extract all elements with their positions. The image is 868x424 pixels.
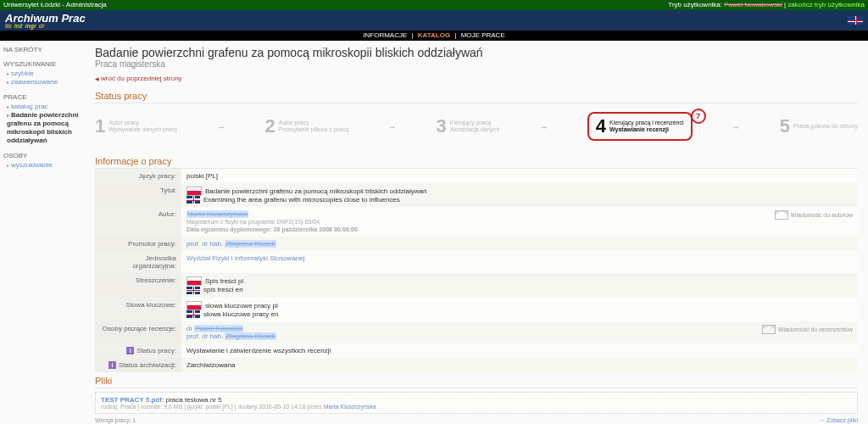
abstract-value: Spis treści pl spis treści en <box>181 273 858 297</box>
files-version: Wersja pracy: 1 <box>95 417 136 423</box>
banner: Archiwum Prac licinżmgrdr <box>0 10 868 31</box>
sidebar-item-people-search[interactable]: wyszukiwanie <box>7 161 88 170</box>
lang-value: polski [PL] <box>181 169 858 183</box>
info-icon: i <box>126 347 134 354</box>
step-5: 5 Praca gotowa do obrony <box>780 115 858 137</box>
sidebar-sec-shortcuts: NA SKRÓTY <box>3 46 88 53</box>
sidebar-item-catalog[interactable]: katalog prac <box>7 103 88 111</box>
see-files-link[interactable]: → Zobacz pliki <box>819 417 858 423</box>
sidebar-sec-search: WYSZUKIWANIE <box>3 60 88 68</box>
info-heading: Informacje o pracy <box>95 153 858 169</box>
author-value: Wiadomość do autorów Marta Kluszczyńska … <box>181 207 858 237</box>
reviewers-value: Wiadomość do recenzentów dr Paweł Kowals… <box>181 321 858 343</box>
step-2: 2 Autor pracyPrzesyłanie plików z pracą <box>264 115 348 137</box>
main-content: Badanie powierzchni grafenu za pomocą mi… <box>92 41 868 424</box>
step-1: 1 Autor pracyWpisywanie danych pracy <box>95 115 177 137</box>
abstract-label: Streszczenie: <box>95 273 181 297</box>
arrow-icon: → <box>539 122 548 131</box>
info-icon: i <box>108 361 116 369</box>
admin-right: Tryb użytkownika: Paweł Nowakowski | zak… <box>668 0 865 10</box>
sidebar-item-advanced[interactable]: zaawansowane <box>7 78 88 86</box>
files-heading: Pliki <box>95 372 858 388</box>
top-nav: INFORMACJE | KATALOG | MOJE PRACE <box>0 31 868 41</box>
arrow-icon: → <box>732 122 740 131</box>
promoter-link[interactable]: prof. dr hab. Zbigniew Klusek <box>186 240 276 248</box>
admin-bar: Uniwersytet Łódzki - Administracja Tryb … <box>0 0 868 10</box>
envelope-icon <box>775 210 788 220</box>
unit-label: Jednostka organizacyjna: <box>95 251 181 273</box>
status-steps: 1 Autor pracyWpisywanie danych pracy → 2… <box>95 103 858 153</box>
flag-en-icon <box>186 196 200 204</box>
msg-reviewers-button[interactable]: Wiadomość do recenzentów <box>762 325 853 334</box>
unit-link[interactable]: Wydział Fizyki i Informatyki Stosowanej <box>186 254 305 262</box>
sidebar-item-quick[interactable]: szybkie <box>7 70 88 78</box>
uploader-link[interactable]: Marta Kluszczyńska <box>324 404 376 410</box>
flag-en-icon <box>186 287 200 294</box>
reviewer-link[interactable]: dr Paweł Kowalski <box>186 325 243 332</box>
logo[interactable]: Archiwum Prac licinżmgrdr <box>5 12 86 29</box>
sidebar-sec-works: PRACE <box>3 93 88 101</box>
author-label: Autor: <box>95 207 181 237</box>
archive-value: Zarchiwizowana <box>181 358 858 372</box>
msg-authors-button[interactable]: Wiadomość do autorów <box>775 210 853 220</box>
file-link[interactable]: TEST PRACY 5.pdf: <box>101 396 164 404</box>
step-3: 3 Kierujący pracąAkceptacja danych <box>436 115 499 137</box>
sidebar-sec-people: OSOBY <box>3 152 88 159</box>
title-value: Badanie powierzchni grafenu za pomocą mi… <box>181 183 858 207</box>
mode-user-link[interactable]: Paweł Nowakowski <box>724 1 782 8</box>
reviewers-label: Osoby piszące recenzje: <box>95 321 181 343</box>
envelope-icon <box>762 325 776 334</box>
flag-pl-icon <box>186 301 202 310</box>
reviewer-link[interactable]: prof. dr hab. Zbigniew Klusek <box>186 332 276 340</box>
page-subtitle: Praca magisterska <box>95 59 858 69</box>
keywords-value: słowa kluczowe pracy pl słowa kluczowe p… <box>181 298 858 321</box>
promoter-value: prof. dr hab. Zbigniew Klusek <box>181 237 858 251</box>
promoter-label: Promotor pracy: <box>95 237 181 251</box>
flag-pl-icon <box>186 276 202 286</box>
sidebar-item-current-work[interactable]: Badanie powierzchni grafenu za pomocą mi… <box>7 111 88 145</box>
end-mode-link[interactable]: zakończ tryb użytkownika <box>787 1 865 8</box>
flag-pl-icon <box>186 187 202 196</box>
status-heading: Status pracy <box>95 87 858 103</box>
title-label: Tytuł: <box>95 183 181 207</box>
arrow-icon: → <box>388 122 397 131</box>
back-link[interactable]: wróć do poprzedniej strony <box>95 75 182 82</box>
info-table: Język pracy: polski [PL] Tytuł: Badanie … <box>95 169 858 372</box>
nav-info[interactable]: INFORMACJE <box>363 31 407 39</box>
nav-my[interactable]: MOJE PRACE <box>461 31 505 39</box>
arrow-icon: → <box>217 122 225 131</box>
lang-label: Język pracy: <box>95 169 181 183</box>
annotation-circle: 7 <box>691 109 706 124</box>
author-link[interactable]: Marta Kluszczyńska <box>186 210 248 218</box>
nav-catalog[interactable]: KATALOG <box>418 31 450 39</box>
status-value: Wystawianie i zatwierdzenie wszystkich r… <box>181 343 858 358</box>
status-label: iStatus pracy: <box>95 343 181 358</box>
page-title: Badanie powierzchni grafenu za pomocą mi… <box>95 46 858 59</box>
archive-label: iStatus archiwizacji: <box>95 358 181 372</box>
file-row: TEST PRACY 5.pdf: praca testowa nr 5 rod… <box>95 392 858 414</box>
lang-en-icon[interactable] <box>848 16 863 25</box>
keywords-label: Słowa kluczowe: <box>95 298 181 321</box>
step-4-active: 4 Kierujący pracą i recenzenciWystawiani… <box>587 112 693 141</box>
flag-en-icon <box>186 310 200 318</box>
admin-left: Uniwersytet Łódzki - Administracja <box>3 0 107 10</box>
sidebar: NA SKRÓTY WYSZUKIWANIE szybkie zaawansow… <box>0 41 92 424</box>
